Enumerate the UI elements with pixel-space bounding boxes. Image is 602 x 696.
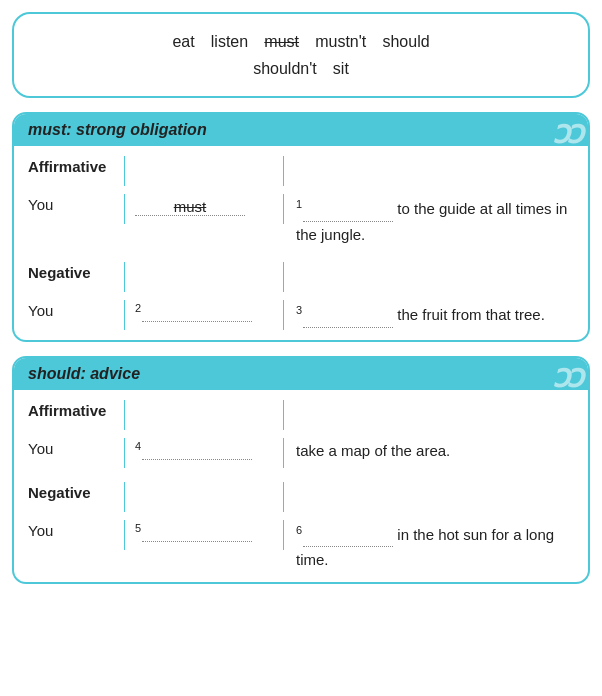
should-you-label: You [14,438,124,459]
should-negative-right [284,482,588,486]
word-sit: sit [333,60,349,77]
must-dotted-line: must [135,198,245,216]
should-affirmative-heading-row: Affirmative [14,396,588,434]
must-affirmative-right [284,156,588,160]
affirmative-heading-row: Affirmative [14,152,588,190]
should-answer-6[interactable] [303,524,393,548]
should-middle-cell-2: 5 [124,520,284,550]
must-answer-2[interactable] [142,304,252,322]
should-num-5: 5 [135,522,141,534]
must-right-cell-2: 3 the fruit from that tree. [284,300,588,332]
should-negative-middle [124,482,284,512]
negative-heading-row-must: Negative [14,258,588,296]
should-affirmative-right [284,400,588,404]
must-affirmative-middle [124,156,284,186]
must-you-label-2: You [14,300,124,321]
should-you-label-2: You [14,520,124,541]
must-section-title: must: strong obligation [28,121,207,138]
should-middle-cell: 4 [124,438,284,468]
should-negative-label: Negative [14,482,124,503]
must-answer-3[interactable] [303,304,393,328]
must-answer-1[interactable] [303,198,393,222]
must-negative-right [284,262,588,266]
must-section-body: Affirmative You must 1 to the guide at a… [14,146,588,340]
should-answer-5[interactable] [142,524,252,542]
should-right-cell-2: 6 in the hot sun for a long time. [284,520,588,574]
should-section-title: should: advice [28,365,140,382]
must-num-2: 2 [135,302,141,314]
should-section-body: Affirmative You 4 take a map of the area… [14,390,588,582]
word-should: should [382,33,429,50]
should-affirmative-label: Affirmative [14,400,124,421]
should-you-negative-row: You 5 6 in the hot sun for a long time. [14,516,588,578]
should-affirmative-middle [124,400,284,430]
should-section-header: should: advice ↄↄ [14,358,588,390]
must-middle-cell-2: 2 [124,300,284,330]
should-negative-heading-row: Negative [14,478,588,516]
must-num-3: 3 [296,304,302,316]
must-num-1: 1 [296,198,302,210]
must-you-negative-row: You 2 3 the fruit from that tree. [14,296,588,336]
should-decoration: ↄↄ [552,360,580,392]
must-decoration: ↄↄ [552,116,580,148]
must-right-cell-1: 1 to the guide at all times in the jungl… [284,194,588,248]
word-bank: eat listen must mustn't should shouldn't… [12,12,590,98]
must-right-text-2: the fruit from that tree. [393,306,545,323]
should-you-row: You 4 take a map of the area. [14,434,588,472]
negative-label-must: Negative [14,262,124,283]
must-word: must [174,198,207,215]
word-mustnt: mustn't [315,33,366,50]
must-section: must: strong obligation ↄↄ Affirmative Y… [12,112,590,342]
must-section-header: must: strong obligation ↄↄ [14,114,588,146]
must-you-label: You [14,194,124,215]
word-shouldnt: shouldn't [253,60,317,77]
word-eat: eat [172,33,194,50]
must-negative-middle [124,262,284,292]
should-num-4: 4 [135,440,141,452]
should-section: should: advice ↄↄ Affirmative You 4 take… [12,356,590,584]
affirmative-label: Affirmative [14,156,124,177]
must-you-row: You must 1 to the guide at all times in … [14,190,588,252]
should-right-text-1: take a map of the area. [296,442,450,459]
should-num-6: 6 [296,524,302,536]
word-must: must [264,33,299,50]
must-middle-cell: must [124,194,284,224]
should-right-cell-1: take a map of the area. [284,438,588,465]
should-answer-4[interactable] [142,442,252,460]
word-listen: listen [211,33,248,50]
